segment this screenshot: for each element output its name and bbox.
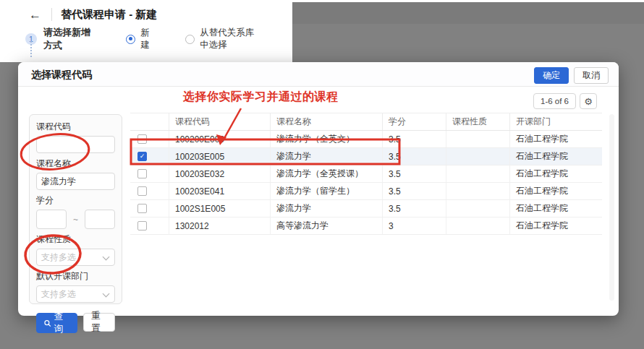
cell-credits: 3.5 — [383, 165, 446, 182]
cell-name: 渗流力学（全英授课） — [271, 165, 383, 182]
filter-buttons: 查询 重置 — [36, 313, 115, 333]
cell-department: 石油工程学院 — [510, 148, 602, 165]
cell-nature — [446, 183, 510, 199]
department-placeholder: 支持多选 — [41, 288, 76, 301]
credits-min-input[interactable] — [36, 210, 67, 229]
confirm-button[interactable]: 确定 — [534, 67, 569, 84]
credits-separator: ~ — [73, 215, 78, 225]
cell-nature — [446, 217, 510, 234]
annotation-text: 选择你实际学习并通过的课程 — [183, 90, 339, 105]
gear-icon[interactable]: ⚙ — [580, 93, 597, 109]
table-header-row: 课程代码 课程名称 学分 课程性质 开课部门 — [130, 113, 602, 131]
cell-name: 渗流力学 — [271, 200, 383, 217]
cell-department: 石油工程学院 — [510, 165, 602, 182]
back-arrow-icon[interactable]: ← — [29, 9, 41, 21]
cell-department: 石油工程学院 — [510, 131, 602, 147]
pagination-range: 1-6 of 6 — [533, 93, 576, 109]
radio-option-label: 新建 — [140, 27, 151, 51]
course-table-body: 100200E009渗流力学（全英文）3.5石油工程学院✓100203E005渗… — [130, 131, 602, 235]
dialog-header: 选择课程代码 确定 取消 — [18, 62, 619, 87]
scrollbar-track[interactable] — [609, 114, 614, 301]
row-checkbox[interactable] — [137, 221, 147, 230]
cell-code: 1002S1E005 — [169, 200, 271, 217]
row-checkbox[interactable] — [137, 169, 147, 178]
filter-panel: 课程代码 课程名称 学分 ~ 课程性质 支持多选 默认开课部门 支持多选 查 — [29, 114, 122, 304]
cell-code: 100203E032 — [169, 165, 271, 182]
credits-max-input[interactable] — [85, 210, 115, 229]
department-label: 默认开课部门 — [36, 270, 115, 283]
table-row[interactable]: ✓100203E005渗流力学3.5石油工程学院 — [130, 148, 602, 165]
radio-option[interactable]: 从替代关系库中选择 — [185, 27, 258, 51]
table-row[interactable]: 100203E032渗流力学（全英授课）3.5石油工程学院 — [130, 165, 602, 183]
step-row: 1 请选择新增方式 新建从替代关系库中选择 — [25, 26, 292, 52]
cell-code: 100200E009 — [169, 131, 271, 147]
course-nature-placeholder: 支持多选 — [41, 251, 76, 264]
radio-option-label: 从替代关系库中选择 — [200, 27, 258, 51]
radio-icon — [126, 35, 135, 44]
header-course-code: 课程代码 — [169, 113, 271, 130]
cell-nature — [446, 200, 510, 217]
cell-credits: 3 — [383, 217, 446, 234]
dialog-title: 选择课程代码 — [31, 69, 92, 82]
pagination: 1-6 of 6 ⚙ — [533, 93, 597, 109]
cell-nature — [446, 165, 510, 182]
course-table: 课程代码 课程名称 学分 课程性质 开课部门 100200E009渗流力学（全英… — [130, 113, 602, 235]
cell-department: 石油工程学院 — [510, 200, 602, 217]
department-select[interactable]: 支持多选 — [36, 285, 115, 303]
row-checkbox[interactable] — [137, 134, 147, 144]
chevron-down-icon — [103, 290, 110, 298]
cell-code: 100203E005 — [169, 148, 271, 165]
header-divider — [51, 8, 52, 21]
cell-credits: 3.5 — [383, 131, 446, 147]
credits-range: ~ — [36, 210, 115, 229]
cell-credits: 3.5 — [383, 200, 446, 217]
step-options: 新建从替代关系库中选择 — [126, 27, 292, 51]
select-course-dialog: 选择课程代码 确定 取消 选择你实际学习并通过的课程 1-6 of 6 ⚙ 课程… — [18, 62, 619, 316]
cancel-button[interactable]: 取消 — [574, 67, 609, 84]
course-code-label: 课程代码 — [36, 121, 115, 133]
table-row[interactable]: 100203E041渗流力学（留学生）3.5石油工程学院 — [130, 183, 602, 200]
cell-name: 渗流力学（留学生） — [271, 183, 383, 199]
course-code-input[interactable] — [36, 136, 115, 153]
step-connector-dots — [30, 41, 32, 57]
table-row[interactable]: 1002S1E005渗流力学3.5石油工程学院 — [130, 200, 602, 217]
radio-icon — [185, 35, 195, 44]
radio-option[interactable]: 新建 — [126, 27, 151, 51]
table-row[interactable]: 100200E009渗流力学（全英文）3.5石油工程学院 — [130, 131, 602, 148]
reset-button[interactable]: 重置 — [83, 313, 115, 332]
credits-label: 学分 — [36, 194, 115, 207]
header-checkbox-cell — [130, 113, 169, 130]
row-checkbox-cell — [130, 200, 169, 217]
header-department: 开课部门 — [510, 113, 602, 130]
row-checkbox-cell — [130, 217, 169, 234]
cell-nature — [446, 131, 510, 147]
cell-code: 100203E041 — [169, 183, 271, 199]
row-checkbox-cell: ✓ — [130, 148, 169, 165]
cell-name: 渗流力学 — [271, 148, 383, 165]
row-checkbox-cell — [130, 165, 169, 182]
cell-code: 1302012 — [169, 217, 271, 234]
cell-name: 渗流力学（全英文） — [271, 131, 383, 147]
page-background: ← 替代课程申请 - 新建 1 请选择新增方式 新建从替代关系库中选择 — [0, 0, 292, 62]
query-button[interactable]: 查询 — [36, 313, 77, 333]
course-nature-label: 课程性质 — [36, 233, 115, 246]
page-header: ← 替代课程申请 - 新建 — [29, 6, 157, 23]
cell-department: 石油工程学院 — [510, 217, 602, 234]
row-checkbox-cell — [130, 183, 169, 199]
cell-credits: 3.5 — [383, 183, 446, 199]
table-row[interactable]: 1302012高等渗流力学3石油工程学院 — [130, 217, 602, 235]
query-button-label: 查询 — [54, 311, 70, 335]
step-label: 请选择新增方式 — [43, 26, 98, 52]
header-credits: 学分 — [383, 113, 446, 130]
course-name-label: 课程名称 — [36, 158, 115, 170]
row-checkbox[interactable] — [137, 186, 147, 196]
cell-name: 高等渗流力学 — [271, 217, 383, 234]
dialog-actions: 确定 取消 — [534, 67, 609, 84]
row-checkbox[interactable]: ✓ — [137, 152, 147, 161]
header-course-nature: 课程性质 — [446, 113, 510, 130]
course-name-input[interactable] — [36, 173, 115, 190]
course-nature-select[interactable]: 支持多选 — [36, 249, 115, 266]
header-course-name: 课程名称 — [271, 113, 383, 130]
cell-department: 石油工程学院 — [510, 183, 602, 199]
row-checkbox[interactable] — [137, 204, 147, 213]
